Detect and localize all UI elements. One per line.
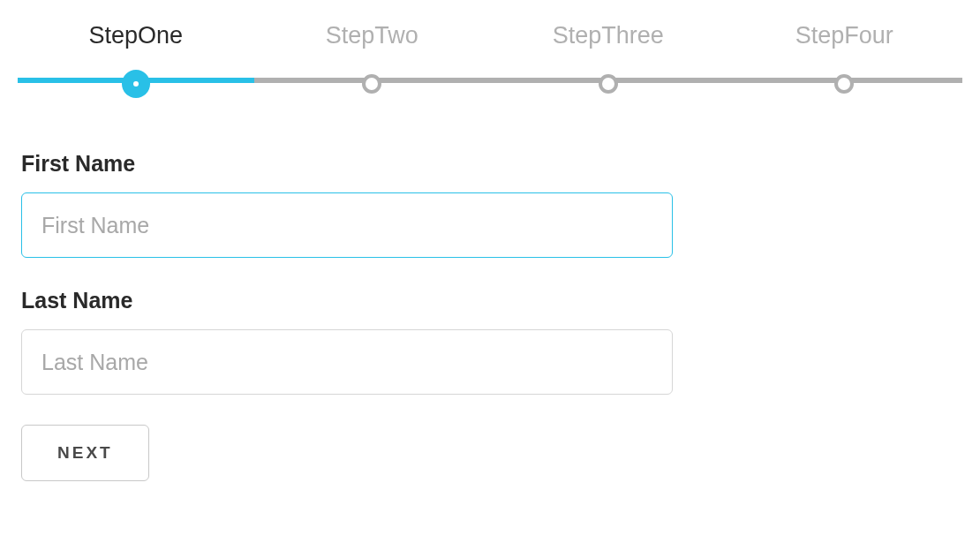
step-label: StepTwo (326, 22, 418, 49)
last-name-group: Last Name (21, 288, 959, 395)
step-one[interactable]: StepOne (18, 22, 254, 98)
step-label: StepOne (88, 22, 183, 49)
first-name-group: First Name (21, 151, 959, 258)
first-name-input[interactable] (21, 192, 673, 258)
step-label: StepFour (795, 22, 893, 49)
step-two[interactable]: StepTwo (254, 22, 491, 94)
step-circle-icon (834, 74, 854, 94)
step-circle-icon (122, 70, 150, 98)
next-button[interactable]: NEXT (21, 425, 149, 481)
first-name-label: First Name (21, 151, 959, 177)
step-circle-icon (362, 74, 381, 94)
stepper: StepOne StepTwo StepThree StepFour (18, 22, 962, 98)
form: First Name Last Name NEXT (18, 151, 962, 481)
step-three[interactable]: StepThree (490, 22, 727, 94)
last-name-input[interactable] (21, 329, 673, 395)
step-label: StepThree (553, 22, 664, 49)
step-circle-icon (599, 74, 618, 94)
step-four[interactable]: StepFour (727, 22, 963, 94)
wizard-container: StepOne StepTwo StepThree StepFour First… (0, 0, 980, 503)
last-name-label: Last Name (21, 288, 959, 313)
